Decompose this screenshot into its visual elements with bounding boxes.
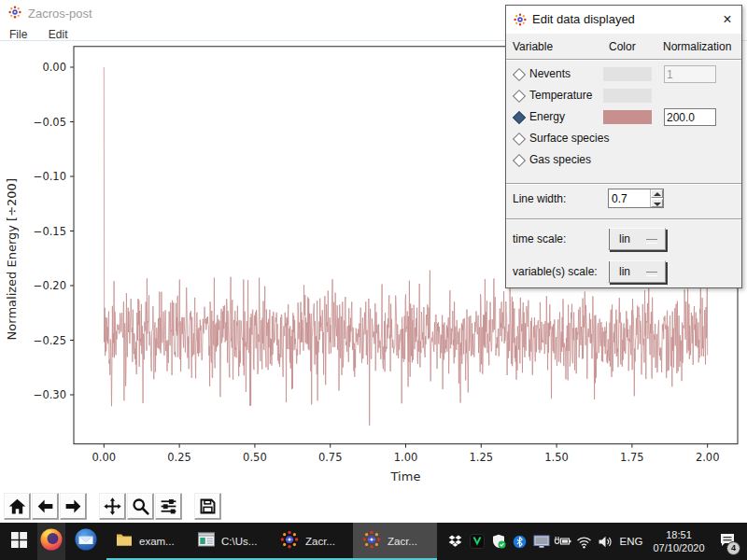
x-tick-label: 0.00 <box>92 451 117 464</box>
line-width-spinbox[interactable] <box>608 189 664 208</box>
separator <box>506 59 741 61</box>
variable-scale-label: variable(s) scale: <box>513 265 598 278</box>
line-width-input[interactable] <box>610 190 651 206</box>
variable-row: Temperature <box>506 87 741 108</box>
color-swatch[interactable] <box>603 67 652 81</box>
home-button[interactable] <box>4 493 31 520</box>
windows-icon <box>11 532 27 552</box>
normalization-input[interactable] <box>664 65 716 83</box>
taskbar-app-label: Zacr... <box>388 536 417 547</box>
pan-icon <box>103 497 122 516</box>
window-title: Zacros-post <box>28 7 92 21</box>
dropdown-indicator-icon <box>646 239 657 244</box>
x-tick-label: 0.25 <box>167 451 191 464</box>
taskbar-clock[interactable]: 18:51 07/10/2020 <box>646 528 712 555</box>
up-arrow-icon <box>654 192 661 196</box>
edit-data-dialog: Edit data displayed × Variable Color Nor… <box>505 5 742 288</box>
variable-scale-dropdown[interactable]: lin <box>608 260 666 283</box>
variable-label[interactable]: Surface species <box>529 132 609 145</box>
taskbar-firefox[interactable] <box>37 523 65 560</box>
language-indicator[interactable]: ENG <box>616 536 646 547</box>
close-icon[interactable]: × <box>717 9 738 30</box>
security-shield-icon[interactable] <box>466 523 487 560</box>
folder-icon <box>116 532 133 551</box>
variable-label[interactable]: Gas species <box>529 153 591 166</box>
notification-badge: 4 <box>726 541 740 555</box>
time-scale-value: lin <box>619 232 630 245</box>
color-swatch[interactable] <box>603 110 652 124</box>
x-tick-label: 0.50 <box>243 451 267 464</box>
forward-button[interactable] <box>60 493 87 520</box>
system-tray: ENG 18:51 07/10/2020 4 <box>444 523 747 560</box>
thunderbird-icon <box>74 527 98 555</box>
dialog-titlebar[interactable]: Edit data displayed × <box>506 6 741 34</box>
display-icon[interactable] <box>530 523 552 560</box>
x-tick-label: 1.00 <box>394 451 418 464</box>
x-tick-label: 1.50 <box>544 451 569 464</box>
configure-subplots-icon <box>159 497 178 516</box>
mpl-toolbar <box>0 490 747 523</box>
radio-surface-species[interactable] <box>513 133 526 146</box>
y-tick-label: −0.10 <box>34 170 66 183</box>
spin-down-button[interactable] <box>651 199 663 207</box>
x-axis-label: Time <box>390 469 421 483</box>
radio-energy[interactable] <box>513 111 526 124</box>
zoom-button[interactable] <box>127 493 154 520</box>
taskbar-explorer[interactable]: exam... <box>106 523 189 560</box>
time-scale-dropdown[interactable]: lin <box>608 228 666 250</box>
radio-temperature[interactable] <box>513 90 526 103</box>
y-tick-label: −0.05 <box>34 116 66 129</box>
defender-icon[interactable] <box>487 523 509 560</box>
separator <box>506 183 741 185</box>
volume-icon[interactable] <box>595 523 616 560</box>
radio-gas-species[interactable] <box>513 154 526 167</box>
clock-date: 07/10/2020 <box>646 541 712 554</box>
taskbar-zacros[interactable]: Zacr... <box>271 523 353 560</box>
taskbar-app-label: Zacr... <box>305 536 335 547</box>
variable-label[interactable]: Temperature <box>529 89 592 102</box>
bluetooth-icon[interactable] <box>509 523 530 560</box>
firefox-icon <box>39 527 63 555</box>
pan-button[interactable] <box>99 493 126 520</box>
column-header-variable: Variable <box>513 40 553 53</box>
zacros-icon <box>280 530 299 553</box>
variable-row: Energy <box>506 108 741 130</box>
normalization-input[interactable] <box>664 108 716 126</box>
taskbar-file-window[interactable]: C:\Us... <box>189 523 271 560</box>
forward-icon <box>63 497 83 516</box>
back-icon <box>35 497 55 516</box>
back-button[interactable] <box>32 493 59 520</box>
taskbar: exam...C:\Us... Zacr... Zacr... ENG 18:5… <box>0 523 747 560</box>
x-tick-label: 2.00 <box>696 451 720 464</box>
taskbar-app-label: C:\Us... <box>221 536 257 547</box>
save-button[interactable] <box>194 493 221 520</box>
variable-row: Nevents <box>506 65 741 87</box>
wifi-icon[interactable] <box>573 523 595 560</box>
configure-subplots-button[interactable] <box>155 493 182 520</box>
variable-label[interactable]: Nevents <box>529 67 571 80</box>
x-tick-label: 1.25 <box>469 451 493 464</box>
taskbar-thunderbird[interactable] <box>65 523 106 560</box>
taskbar-apps: exam...C:\Us... Zacr... Zacr... <box>0 523 437 560</box>
color-swatch[interactable] <box>603 89 652 103</box>
home-icon <box>7 497 27 516</box>
line-width-label: Line width: <box>513 192 566 205</box>
clock-time: 18:51 <box>646 528 712 541</box>
zoom-icon <box>131 497 150 516</box>
battery-icon[interactable] <box>552 523 573 560</box>
dropbox-icon[interactable] <box>444 523 466 560</box>
action-center-button[interactable]: 4 <box>712 523 743 560</box>
x-tick-label: 1.75 <box>620 451 644 464</box>
radio-nevents[interactable] <box>513 68 526 81</box>
taskbar-zacros-post[interactable]: Zacr... <box>353 523 437 560</box>
save-icon <box>198 497 218 516</box>
start-button[interactable] <box>0 523 37 560</box>
y-tick-label: −0.20 <box>34 279 66 292</box>
window-icon <box>198 532 215 551</box>
variable-label[interactable]: Energy <box>529 110 565 123</box>
variable-row: Surface species <box>506 130 741 151</box>
y-tick-label: −0.30 <box>34 388 66 401</box>
spin-up-button[interactable] <box>651 189 663 198</box>
spinner-arrows <box>650 189 663 207</box>
column-header-color: Color <box>609 40 636 53</box>
